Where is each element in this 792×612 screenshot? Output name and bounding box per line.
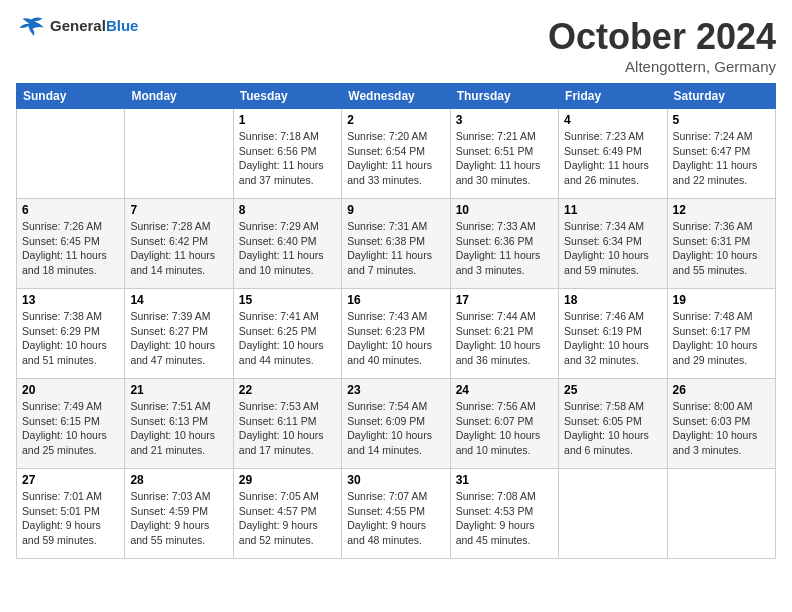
day-number: 25	[564, 383, 661, 397]
day-info: Sunrise: 7:23 AM Sunset: 6:49 PM Dayligh…	[564, 129, 661, 188]
day-number: 15	[239, 293, 336, 307]
day-number: 21	[130, 383, 227, 397]
calendar-week-row: 20Sunrise: 7:49 AM Sunset: 6:15 PM Dayli…	[17, 379, 776, 469]
day-info: Sunrise: 7:44 AM Sunset: 6:21 PM Dayligh…	[456, 309, 553, 368]
day-number: 31	[456, 473, 553, 487]
calendar-cell: 12Sunrise: 7:36 AM Sunset: 6:31 PM Dayli…	[667, 199, 775, 289]
day-number: 19	[673, 293, 770, 307]
calendar-cell: 18Sunrise: 7:46 AM Sunset: 6:19 PM Dayli…	[559, 289, 667, 379]
logo-blue: Blue	[106, 17, 139, 34]
calendar-cell: 31Sunrise: 7:08 AM Sunset: 4:53 PM Dayli…	[450, 469, 558, 559]
day-info: Sunrise: 7:01 AM Sunset: 5:01 PM Dayligh…	[22, 489, 119, 548]
day-number: 5	[673, 113, 770, 127]
calendar-cell: 3Sunrise: 7:21 AM Sunset: 6:51 PM Daylig…	[450, 109, 558, 199]
calendar-cell: 6Sunrise: 7:26 AM Sunset: 6:45 PM Daylig…	[17, 199, 125, 289]
calendar-cell: 17Sunrise: 7:44 AM Sunset: 6:21 PM Dayli…	[450, 289, 558, 379]
logo-icon	[16, 16, 46, 36]
calendar-cell: 22Sunrise: 7:53 AM Sunset: 6:11 PM Dayli…	[233, 379, 341, 469]
day-info: Sunrise: 7:21 AM Sunset: 6:51 PM Dayligh…	[456, 129, 553, 188]
weekday-header: Sunday	[17, 84, 125, 109]
calendar-cell: 9Sunrise: 7:31 AM Sunset: 6:38 PM Daylig…	[342, 199, 450, 289]
weekday-header: Friday	[559, 84, 667, 109]
calendar-cell: 21Sunrise: 7:51 AM Sunset: 6:13 PM Dayli…	[125, 379, 233, 469]
weekday-header: Wednesday	[342, 84, 450, 109]
calendar-table: SundayMondayTuesdayWednesdayThursdayFrid…	[16, 83, 776, 559]
day-number: 20	[22, 383, 119, 397]
day-number: 10	[456, 203, 553, 217]
calendar-cell: 2Sunrise: 7:20 AM Sunset: 6:54 PM Daylig…	[342, 109, 450, 199]
calendar-cell: 20Sunrise: 7:49 AM Sunset: 6:15 PM Dayli…	[17, 379, 125, 469]
day-info: Sunrise: 7:51 AM Sunset: 6:13 PM Dayligh…	[130, 399, 227, 458]
day-number: 7	[130, 203, 227, 217]
calendar-cell: 29Sunrise: 7:05 AM Sunset: 4:57 PM Dayli…	[233, 469, 341, 559]
calendar-week-row: 6Sunrise: 7:26 AM Sunset: 6:45 PM Daylig…	[17, 199, 776, 289]
day-number: 13	[22, 293, 119, 307]
logo-general: General	[50, 17, 106, 34]
day-number: 29	[239, 473, 336, 487]
page-header: GeneralBlue October 2024 Altengottern, G…	[16, 16, 776, 75]
day-number: 14	[130, 293, 227, 307]
logo-text: GeneralBlue	[50, 17, 138, 35]
day-info: Sunrise: 7:48 AM Sunset: 6:17 PM Dayligh…	[673, 309, 770, 368]
day-number: 17	[456, 293, 553, 307]
calendar-cell: 5Sunrise: 7:24 AM Sunset: 6:47 PM Daylig…	[667, 109, 775, 199]
logo: GeneralBlue	[16, 16, 138, 36]
calendar-cell: 1Sunrise: 7:18 AM Sunset: 6:56 PM Daylig…	[233, 109, 341, 199]
calendar-cell: 26Sunrise: 8:00 AM Sunset: 6:03 PM Dayli…	[667, 379, 775, 469]
day-number: 28	[130, 473, 227, 487]
calendar-cell	[125, 109, 233, 199]
day-info: Sunrise: 7:18 AM Sunset: 6:56 PM Dayligh…	[239, 129, 336, 188]
day-info: Sunrise: 7:26 AM Sunset: 6:45 PM Dayligh…	[22, 219, 119, 278]
day-info: Sunrise: 7:34 AM Sunset: 6:34 PM Dayligh…	[564, 219, 661, 278]
day-info: Sunrise: 7:31 AM Sunset: 6:38 PM Dayligh…	[347, 219, 444, 278]
calendar-cell: 23Sunrise: 7:54 AM Sunset: 6:09 PM Dayli…	[342, 379, 450, 469]
weekday-header: Saturday	[667, 84, 775, 109]
day-info: Sunrise: 8:00 AM Sunset: 6:03 PM Dayligh…	[673, 399, 770, 458]
calendar-cell: 15Sunrise: 7:41 AM Sunset: 6:25 PM Dayli…	[233, 289, 341, 379]
calendar-cell: 30Sunrise: 7:07 AM Sunset: 4:55 PM Dayli…	[342, 469, 450, 559]
day-info: Sunrise: 7:24 AM Sunset: 6:47 PM Dayligh…	[673, 129, 770, 188]
calendar-cell: 13Sunrise: 7:38 AM Sunset: 6:29 PM Dayli…	[17, 289, 125, 379]
day-number: 3	[456, 113, 553, 127]
calendar-cell: 10Sunrise: 7:33 AM Sunset: 6:36 PM Dayli…	[450, 199, 558, 289]
location: Altengottern, Germany	[548, 58, 776, 75]
day-info: Sunrise: 7:08 AM Sunset: 4:53 PM Dayligh…	[456, 489, 553, 548]
calendar-cell: 28Sunrise: 7:03 AM Sunset: 4:59 PM Dayli…	[125, 469, 233, 559]
day-number: 30	[347, 473, 444, 487]
calendar-cell: 7Sunrise: 7:28 AM Sunset: 6:42 PM Daylig…	[125, 199, 233, 289]
day-number: 16	[347, 293, 444, 307]
calendar-cell: 27Sunrise: 7:01 AM Sunset: 5:01 PM Dayli…	[17, 469, 125, 559]
day-info: Sunrise: 7:41 AM Sunset: 6:25 PM Dayligh…	[239, 309, 336, 368]
day-info: Sunrise: 7:56 AM Sunset: 6:07 PM Dayligh…	[456, 399, 553, 458]
day-number: 11	[564, 203, 661, 217]
day-info: Sunrise: 7:46 AM Sunset: 6:19 PM Dayligh…	[564, 309, 661, 368]
day-number: 24	[456, 383, 553, 397]
calendar-cell: 14Sunrise: 7:39 AM Sunset: 6:27 PM Dayli…	[125, 289, 233, 379]
calendar-cell: 4Sunrise: 7:23 AM Sunset: 6:49 PM Daylig…	[559, 109, 667, 199]
calendar-cell: 19Sunrise: 7:48 AM Sunset: 6:17 PM Dayli…	[667, 289, 775, 379]
calendar-week-row: 27Sunrise: 7:01 AM Sunset: 5:01 PM Dayli…	[17, 469, 776, 559]
day-info: Sunrise: 7:33 AM Sunset: 6:36 PM Dayligh…	[456, 219, 553, 278]
day-number: 22	[239, 383, 336, 397]
calendar-cell	[559, 469, 667, 559]
calendar-header-row: SundayMondayTuesdayWednesdayThursdayFrid…	[17, 84, 776, 109]
calendar-cell: 25Sunrise: 7:58 AM Sunset: 6:05 PM Dayli…	[559, 379, 667, 469]
day-info: Sunrise: 7:49 AM Sunset: 6:15 PM Dayligh…	[22, 399, 119, 458]
calendar-cell: 16Sunrise: 7:43 AM Sunset: 6:23 PM Dayli…	[342, 289, 450, 379]
day-info: Sunrise: 7:58 AM Sunset: 6:05 PM Dayligh…	[564, 399, 661, 458]
day-info: Sunrise: 7:20 AM Sunset: 6:54 PM Dayligh…	[347, 129, 444, 188]
calendar-cell: 8Sunrise: 7:29 AM Sunset: 6:40 PM Daylig…	[233, 199, 341, 289]
calendar-cell	[17, 109, 125, 199]
calendar-cell	[667, 469, 775, 559]
month-title: October 2024	[548, 16, 776, 58]
day-number: 9	[347, 203, 444, 217]
day-number: 26	[673, 383, 770, 397]
day-number: 12	[673, 203, 770, 217]
day-number: 1	[239, 113, 336, 127]
day-number: 27	[22, 473, 119, 487]
day-number: 4	[564, 113, 661, 127]
day-info: Sunrise: 7:38 AM Sunset: 6:29 PM Dayligh…	[22, 309, 119, 368]
day-info: Sunrise: 7:36 AM Sunset: 6:31 PM Dayligh…	[673, 219, 770, 278]
day-info: Sunrise: 7:53 AM Sunset: 6:11 PM Dayligh…	[239, 399, 336, 458]
day-number: 23	[347, 383, 444, 397]
